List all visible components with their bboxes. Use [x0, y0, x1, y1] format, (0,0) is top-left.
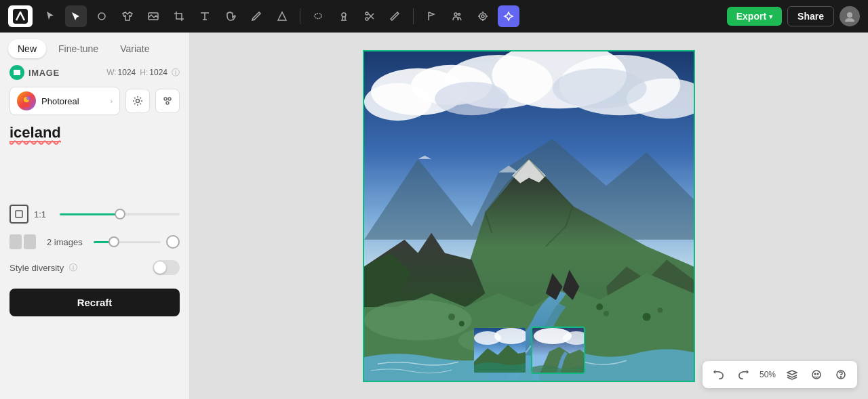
arrow-tool[interactable] — [65, 5, 87, 27]
tab-variate[interactable]: Variate — [111, 39, 159, 58]
image-icon — [9, 65, 24, 80]
thumb-preview-1 — [9, 234, 22, 249]
eraser-tool[interactable] — [384, 5, 406, 27]
model-settings-btn[interactable] — [125, 89, 150, 113]
tab-finetune[interactable]: Fine-tune — [49, 39, 108, 58]
crop-tool[interactable] — [168, 5, 190, 27]
svg-point-33 — [604, 310, 609, 316]
canvas-area[interactable]: 50% — [190, 33, 868, 399]
model-selector[interactable]: Photoreal › — [9, 87, 120, 115]
panel-scroll: IMAGE W: 1024 H: 1024 ⓘ — [0, 58, 189, 399]
svg-point-10 — [847, 12, 852, 18]
circle-tool[interactable] — [91, 5, 113, 27]
svg-point-4 — [366, 12, 368, 15]
text-tool[interactable] — [194, 5, 216, 27]
svg-point-6 — [454, 13, 457, 16]
svg-point-37 — [459, 320, 465, 326]
face-button[interactable] — [806, 364, 827, 385]
prompt-area[interactable]: iceland — [9, 123, 180, 177]
toolbar-divider-2 — [413, 8, 414, 24]
width-field: W: 1024 — [106, 67, 136, 79]
svg-point-29 — [364, 299, 472, 340]
svg-point-13 — [26, 96, 31, 100]
thumbnail-1[interactable] — [473, 327, 527, 374]
undo-button[interactable] — [708, 364, 730, 385]
panel-tabs: New Fine-tune Variate — [0, 33, 189, 58]
svg-point-3 — [342, 13, 346, 17]
main-area: New Fine-tune Variate IMAGE W: 1024 H: — [0, 33, 868, 399]
image-tool[interactable] — [142, 5, 164, 27]
bottom-toolbar: 50% — [703, 361, 857, 388]
dimension-fields: W: 1024 H: 1024 ⓘ — [106, 67, 180, 79]
tab-new[interactable]: New — [8, 39, 46, 58]
svg-point-34 — [643, 312, 651, 320]
help-button[interactable] — [830, 364, 852, 385]
image-label-row: IMAGE W: 1024 H: 1024 ⓘ — [9, 65, 180, 80]
select-tool[interactable] — [39, 5, 61, 27]
svg-point-7 — [458, 14, 460, 16]
svg-point-15 — [164, 98, 167, 100]
svg-point-36 — [448, 313, 455, 320]
target-tool[interactable] — [472, 5, 494, 27]
svg-rect-0 — [13, 9, 28, 24]
main-image-container[interactable] — [363, 50, 695, 382]
share-button[interactable]: Share — [787, 6, 834, 26]
redo-button[interactable] — [732, 364, 754, 385]
avatar[interactable] — [840, 6, 860, 26]
svg-point-14 — [136, 100, 140, 103]
scissor-tool[interactable] — [359, 5, 380, 27]
shapes-tool[interactable] — [271, 5, 293, 27]
lasso-tool[interactable] — [307, 5, 329, 27]
height-field: H: 1024 — [140, 67, 167, 79]
svg-point-45 — [814, 373, 816, 375]
shirt-tool[interactable] — [117, 5, 138, 27]
count-toggle[interactable] — [166, 235, 180, 249]
layers-button[interactable] — [781, 364, 803, 385]
svg-point-32 — [596, 303, 603, 310]
model-chevron-icon: › — [111, 98, 113, 105]
count-thumbnails — [9, 234, 36, 249]
diversity-label: Style diversity — [9, 263, 64, 273]
image-label: IMAGE — [28, 68, 60, 78]
recraft-button[interactable]: Recraft — [9, 289, 180, 316]
svg-point-1 — [98, 13, 105, 20]
svg-point-40 — [494, 328, 527, 344]
stamp-tool[interactable] — [333, 5, 355, 27]
diversity-help-icon[interactable]: ⓘ — [69, 262, 77, 274]
svg-point-9 — [481, 15, 484, 18]
ratio-icon — [9, 205, 28, 224]
diversity-row: Style diversity ⓘ — [9, 260, 180, 275]
count-control: 2 images — [9, 234, 180, 249]
svg-point-48 — [840, 377, 841, 377]
ratio-slider[interactable] — [60, 213, 180, 215]
model-row: Photoreal › — [9, 87, 180, 115]
width-value: 1024 — [118, 68, 136, 77]
diversity-toggle[interactable] — [153, 260, 180, 275]
flag-tool[interactable] — [420, 5, 442, 27]
prompt-text: iceland — [9, 124, 61, 142]
toolbar-divider-1 — [300, 8, 300, 24]
svg-point-28 — [553, 68, 647, 108]
top-toolbar: Export Share — [0, 0, 868, 33]
image-thumbnails — [473, 327, 585, 374]
ai-tool[interactable] — [498, 5, 519, 27]
zoom-level[interactable]: 50% — [757, 364, 778, 385]
toolbar-right: Export Share — [727, 6, 860, 26]
svg-rect-18 — [16, 211, 22, 217]
left-panel: New Fine-tune Variate IMAGE W: 1024 H: — [0, 33, 190, 399]
ratio-control: 1:1 — [9, 205, 180, 224]
export-button[interactable]: Export — [727, 7, 782, 26]
app-logo[interactable] — [8, 5, 33, 27]
thumbnail-2[interactable] — [531, 327, 585, 374]
pen-tool[interactable] — [245, 5, 267, 27]
svg-point-35 — [657, 307, 663, 312]
hand-tool[interactable] — [220, 5, 241, 27]
count-slider[interactable] — [94, 241, 161, 243]
svg-point-16 — [168, 98, 171, 100]
svg-point-46 — [817, 373, 818, 375]
toggle-knob — [154, 261, 166, 274]
model-style-btn[interactable] — [155, 89, 180, 113]
dimension-info-icon[interactable]: ⓘ — [172, 67, 180, 79]
people-tool[interactable] — [446, 5, 468, 27]
svg-point-17 — [166, 102, 169, 104]
